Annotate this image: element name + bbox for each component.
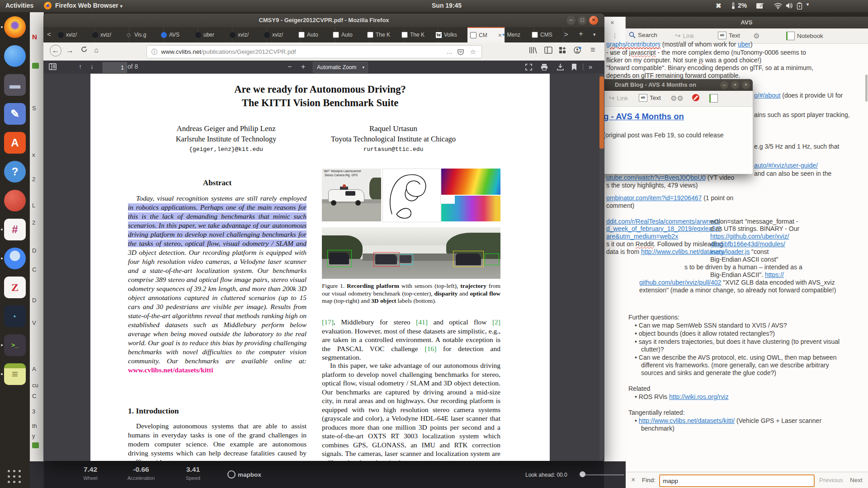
page-number-input[interactable]	[103, 62, 127, 73]
forward-icon[interactable]: →	[66, 46, 74, 55]
dock-item-dark-app[interactable]: ·	[4, 305, 26, 327]
link-button[interactable]: ↪ Link	[609, 94, 628, 102]
url-overflow-icon[interactable]: …	[447, 46, 453, 58]
tab-scroll-right-icon[interactable]: >	[564, 30, 568, 38]
browser-tab-visg[interactable]: ◇Vis.g	[124, 27, 164, 42]
dock-item-text-editor[interactable]: ✎	[4, 103, 26, 125]
dock-item-slack[interactable]: #	[4, 219, 26, 240]
notebook-icon[interactable]	[709, 94, 718, 103]
overflow-dots-icon[interactable]: ⋮	[612, 32, 618, 39]
dock-item-videos[interactable]: ▬	[4, 74, 26, 96]
extensions-icon[interactable]	[559, 47, 567, 54]
activities-button[interactable]: Activities	[5, 2, 33, 9]
home-icon[interactable]: ⌂	[94, 46, 99, 54]
page-down-icon[interactable]: ↓	[90, 63, 94, 70]
download-icon[interactable]	[557, 64, 564, 70]
chevron-right-icon[interactable]: »	[610, 49, 614, 56]
dock-item-messaging[interactable]	[4, 45, 26, 67]
browser-tab-volks[interactable]: WVolks	[433, 27, 473, 42]
minimize-icon[interactable]: –	[720, 81, 728, 89]
reload-icon[interactable]	[80, 46, 88, 53]
close-icon[interactable]: ×	[610, 19, 614, 26]
show-applications-button[interactable]	[8, 470, 22, 484]
browser-tab-thek[interactable]: The K	[399, 27, 439, 42]
dock-item-terminal[interactable]: >_	[4, 334, 26, 356]
temperature-value[interactable]: 2%	[738, 2, 747, 9]
dock-item-chromium[interactable]	[4, 248, 26, 269]
find-input[interactable]	[659, 474, 815, 487]
menu-hamburger-icon[interactable]: ≡	[590, 45, 595, 55]
note-indicator-icon[interactable]	[756, 2, 764, 9]
close-icon[interactable]: ×	[742, 81, 750, 89]
text-button[interactable]: ab Text	[718, 32, 740, 39]
maximize-icon[interactable]: +	[731, 81, 739, 89]
mapbox-logo[interactable]: mapbox	[227, 470, 261, 479]
browser-tab-cms[interactable]: CMS	[529, 27, 564, 42]
search-button[interactable]: Search	[629, 32, 657, 38]
clock[interactable]: Sun 19:45	[432, 2, 462, 9]
bookmark-icon[interactable]	[571, 64, 577, 70]
dock-item-xpad-notes[interactable]: ≡	[4, 363, 26, 385]
pocket-icon[interactable]	[457, 46, 464, 56]
volume-icon[interactable]	[786, 2, 793, 9]
block-icon[interactable]	[692, 94, 699, 101]
browser-tab-avs[interactable]: AVS	[158, 27, 198, 42]
citation[interactable]: [16]	[425, 345, 436, 352]
sidebar-toggle-icon[interactable]	[544, 47, 552, 54]
firefox-titlebar[interactable]: CMSY9 - Geiger2012CVPR.pdf - Mozilla Fir…	[43, 14, 604, 27]
look-ahead-slider-track[interactable]	[582, 474, 624, 475]
tab-list-caret-icon[interactable]: ▾	[593, 32, 596, 38]
page-up-icon[interactable]: ↑	[79, 63, 82, 70]
dock-item-firefox[interactable]	[4, 16, 26, 38]
tab-scroll-left-icon[interactable]: <	[47, 30, 51, 38]
browser-tab-uber[interactable]: uber	[193, 27, 232, 42]
browser-tab-xviz[interactable]: xviz/	[261, 27, 301, 42]
browser-tab-xviz[interactable]: xviz/	[227, 27, 267, 42]
link-button[interactable]: ↪ Link	[675, 32, 694, 40]
pdf-viewer-area[interactable]: Are we ready for Autonomous Driving? The…	[43, 74, 604, 461]
find-previous-button[interactable]: Previous	[819, 477, 843, 483]
zoom-in-icon[interactable]: +	[301, 63, 305, 71]
account-icon[interactable]	[573, 47, 581, 54]
presentation-mode-icon[interactable]	[525, 64, 532, 70]
browser-tab-xviz[interactable]: xviz/	[55, 27, 95, 42]
citation[interactable]: [17]	[322, 318, 334, 326]
pdf-scrollbar-thumb[interactable]	[599, 76, 604, 149]
pdf-more-tools-icon[interactable]: »	[589, 63, 592, 70]
dock-item-zotero[interactable]: Z	[4, 277, 26, 298]
browser-tab-xviz[interactable]: xviz/	[90, 27, 129, 42]
close-icon[interactable]: ✕	[589, 16, 598, 25]
url-bar[interactable]: ⓘwww.cvlibs.net/publications/Geiger2012C…	[146, 45, 482, 58]
browser-tab-auto[interactable]: Auto	[330, 27, 370, 42]
notebook-button[interactable]: Notebook	[786, 32, 823, 40]
battery-charging-icon[interactable]	[797, 2, 802, 9]
zoom-out-icon[interactable]: −	[288, 63, 292, 71]
scrollbar-thumb[interactable]	[865, 75, 868, 102]
browser-tab-thek[interactable]: The K	[364, 27, 404, 42]
bookmark-star-icon[interactable]: ☆	[470, 46, 476, 58]
wifi-icon[interactable]	[774, 3, 782, 9]
avs-window-titlebar[interactable]: AVS	[625, 17, 868, 28]
text-button[interactable]: ab Text	[639, 94, 661, 102]
find-next-button[interactable]: Next	[850, 477, 863, 483]
dock-item-ubuntu-software[interactable]: A	[4, 132, 26, 154]
browser-tab-auto[interactable]: Auto	[296, 27, 335, 42]
close-icon[interactable]: ×	[631, 476, 635, 484]
dock-item-pomodoro[interactable]	[4, 190, 26, 211]
zoom-select[interactable]: Automatic Zoom▾	[313, 62, 368, 73]
look-ahead-slider-knob[interactable]	[580, 471, 585, 477]
dock-item-help[interactable]: ?	[4, 161, 26, 183]
back-icon[interactable]: ←	[50, 45, 61, 56]
firefox-menu-button[interactable]: Firefox Web Browser ▾	[55, 2, 123, 9]
site-info-icon[interactable]: ⓘ	[151, 48, 158, 55]
minimize-icon[interactable]: –	[566, 16, 576, 25]
gear-icon[interactable]: ⚙⚙	[670, 94, 684, 103]
print-icon[interactable]	[541, 64, 548, 70]
citation[interactable]: [41]	[416, 318, 428, 326]
new-tab-button[interactable]: +	[579, 29, 583, 38]
kitti-link[interactable]: www.cvlibs.net/datasets/kitti	[128, 366, 213, 374]
system-menu-caret-icon[interactable]: ▾	[807, 2, 809, 7]
library-icon[interactable]	[529, 47, 537, 54]
citation[interactable]: [2]	[492, 318, 500, 326]
maximize-icon[interactable]: □	[578, 16, 587, 25]
